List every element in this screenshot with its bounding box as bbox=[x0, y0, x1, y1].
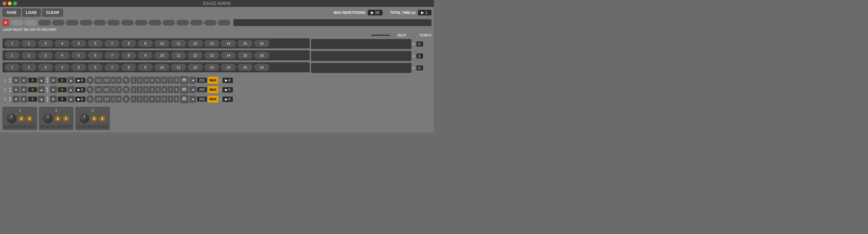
beat-2-7[interactable]: 7 bbox=[104, 52, 120, 59]
beat-3-3[interactable]: 3 bbox=[38, 63, 53, 71]
down-btn-1a[interactable]: ▼ bbox=[12, 77, 20, 84]
beat-2-15[interactable]: 15 bbox=[237, 52, 253, 59]
num-2-2[interactable]: 2 bbox=[137, 86, 143, 93]
max-btn-2[interactable]: MAX bbox=[208, 86, 218, 93]
minimize-button[interactable] bbox=[8, 2, 11, 5]
beat-3-5[interactable]: 5 bbox=[71, 63, 87, 71]
frac-2-3[interactable]: 2 bbox=[111, 96, 116, 103]
beat-3-2[interactable]: 2 bbox=[21, 63, 37, 71]
num-1-4[interactable]: 4 bbox=[149, 77, 155, 84]
beat-3-7[interactable]: 7 bbox=[104, 63, 120, 71]
num-1-3[interactable]: 3 bbox=[143, 77, 149, 84]
beat-1-4[interactable]: 4 bbox=[54, 40, 70, 47]
num-3-8[interactable]: 8 bbox=[174, 96, 180, 103]
down-btn-2b[interactable]: ▼ bbox=[21, 86, 27, 93]
s-btn-2[interactable]: S bbox=[62, 115, 69, 122]
beat-3-11[interactable]: 11 bbox=[171, 63, 186, 71]
load-button[interactable]: LOAD bbox=[22, 8, 41, 17]
knob-3[interactable] bbox=[80, 113, 89, 124]
close-button[interactable] bbox=[2, 2, 6, 5]
refresh-icon-1[interactable]: ↻ bbox=[86, 76, 94, 84]
num-2-4[interactable]: 4 bbox=[149, 86, 155, 93]
num-1-8[interactable]: 8 bbox=[174, 77, 180, 84]
refresh-icon-3b[interactable]: ↻ bbox=[122, 95, 130, 103]
a-btn-1[interactable]: A bbox=[18, 115, 25, 122]
drum-icon-2[interactable] bbox=[180, 85, 188, 94]
beat-1-8[interactable]: 8 bbox=[121, 40, 136, 47]
beat-3-6[interactable]: 6 bbox=[88, 63, 103, 71]
max-btn-1[interactable]: MAX bbox=[208, 77, 218, 84]
num-2-5[interactable]: 5 bbox=[155, 86, 161, 93]
beat-1-12[interactable]: 12 bbox=[187, 40, 203, 47]
beat-2-13[interactable]: 13 bbox=[204, 52, 220, 59]
frac-2-1[interactable]: 2 bbox=[111, 77, 116, 84]
frac-2-2[interactable]: 2 bbox=[111, 86, 116, 93]
knob-2[interactable] bbox=[43, 113, 53, 124]
up-btn-1b[interactable]: ▲ bbox=[67, 77, 74, 84]
refresh-icon-2[interactable]: ↻ bbox=[86, 86, 94, 94]
down-arrow-3a[interactable]: ▼ bbox=[8, 99, 11, 102]
a-btn-3[interactable]: A bbox=[91, 115, 98, 122]
frac-4-3[interactable]: 4 bbox=[117, 96, 121, 103]
beat-2-3[interactable]: 3 bbox=[38, 52, 53, 59]
refresh-icon-2b[interactable]: ↻ bbox=[122, 86, 130, 94]
beat-1-15[interactable]: 15 bbox=[237, 40, 253, 47]
frac-3half-2[interactable]: 3/2 bbox=[103, 86, 111, 93]
beat-2-11[interactable]: 11 bbox=[171, 52, 186, 59]
beat-2-6[interactable]: 6 bbox=[88, 52, 103, 59]
beat-3-10[interactable]: 10 bbox=[154, 63, 170, 71]
beat-1-2[interactable]: 2 bbox=[21, 40, 37, 47]
frac-3half-1[interactable]: 3/2 bbox=[103, 77, 111, 84]
beat-2-14[interactable]: 14 bbox=[221, 52, 236, 59]
drum-icon-1[interactable] bbox=[180, 76, 188, 84]
up-btn-2a[interactable]: ▲ bbox=[38, 86, 45, 93]
beat-2-16[interactable]: 16 bbox=[254, 52, 270, 59]
up-btn-2b[interactable]: ▲ bbox=[67, 86, 74, 93]
arrow-left-2[interactable]: ◄ bbox=[189, 86, 196, 93]
num-3-7[interactable]: 7 bbox=[167, 96, 173, 103]
beat-3-4[interactable]: 4 bbox=[54, 63, 70, 71]
beat-3-13[interactable]: 13 bbox=[204, 63, 220, 71]
down-arrow-2a[interactable]: ▼ bbox=[8, 89, 11, 93]
drum-icon-3[interactable] bbox=[180, 95, 188, 103]
num-3-6[interactable]: 6 bbox=[162, 96, 167, 103]
beat-3-12[interactable]: 12 bbox=[187, 63, 203, 71]
beat-1-16[interactable]: 16 bbox=[254, 40, 270, 47]
frac-half-3[interactable]: 1/2 bbox=[95, 96, 102, 103]
num-2-7[interactable]: 7 bbox=[167, 86, 173, 93]
num-3-1[interactable]: 1 bbox=[131, 96, 136, 103]
num-1-6[interactable]: 6 bbox=[162, 77, 167, 84]
max-btn-3[interactable]: MAX bbox=[208, 96, 218, 103]
beat-3-1[interactable]: 1 bbox=[4, 63, 20, 71]
a-btn-2[interactable]: A bbox=[54, 115, 61, 122]
frac-4-2[interactable]: 4 bbox=[117, 86, 121, 93]
beat-2-1[interactable]: 1 bbox=[4, 52, 20, 59]
knob-1[interactable] bbox=[7, 113, 17, 124]
beat-1-13[interactable]: 13 bbox=[204, 40, 220, 47]
down-arrow-3b[interactable]: ▼ bbox=[46, 99, 49, 102]
beat-3-8[interactable]: 8 bbox=[121, 63, 136, 71]
beat-1-10[interactable]: 10 bbox=[154, 40, 170, 47]
frac-half-2[interactable]: 1/2 bbox=[95, 86, 102, 93]
beat-2-9[interactable]: 9 bbox=[137, 52, 153, 59]
beat-1-5[interactable]: 5 bbox=[71, 40, 87, 47]
beat-1-7[interactable]: 7 bbox=[104, 40, 120, 47]
num-1-2[interactable]: 2 bbox=[137, 77, 143, 84]
beat-1-6[interactable]: 6 bbox=[88, 40, 103, 47]
beat-1-1[interactable]: 1 bbox=[4, 40, 20, 47]
record-button[interactable]: R bbox=[2, 19, 9, 26]
num-1-1[interactable]: 1 bbox=[131, 77, 136, 84]
beat-2-8[interactable]: 8 bbox=[121, 52, 136, 59]
arrow-left-1[interactable]: ◄ bbox=[189, 77, 196, 84]
down-arrow-1a[interactable]: ▼ bbox=[8, 80, 11, 83]
down-btn-3a[interactable]: ▼ bbox=[12, 96, 20, 103]
num-1-7[interactable]: 7 bbox=[167, 77, 173, 84]
up-btn-3a[interactable]: ▲ bbox=[38, 96, 45, 103]
s-btn-3[interactable]: S bbox=[99, 115, 106, 122]
down-btn-3b[interactable]: ▼ bbox=[21, 96, 27, 103]
down-btn-2c[interactable]: ▼ bbox=[50, 86, 57, 93]
num-1-5[interactable]: 5 bbox=[155, 77, 161, 84]
beat-2-10[interactable]: 10 bbox=[154, 52, 170, 59]
beat-2-4[interactable]: 4 bbox=[54, 52, 70, 59]
beat-1-11[interactable]: 11 bbox=[171, 40, 186, 47]
